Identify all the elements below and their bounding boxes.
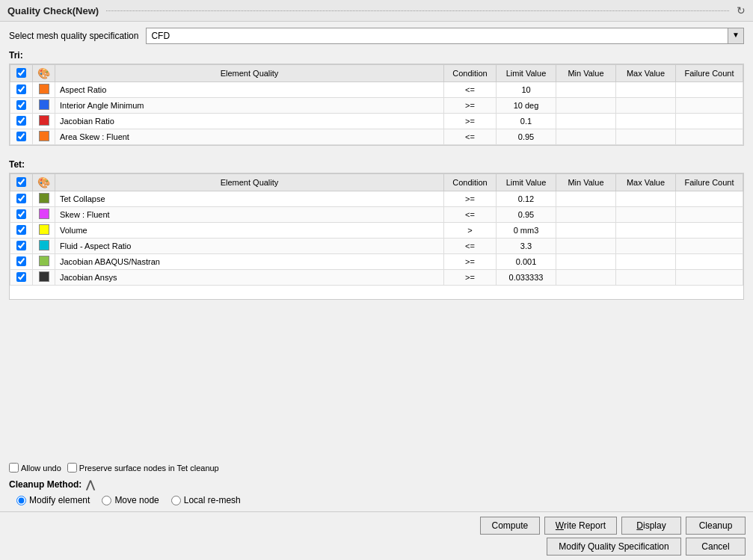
tet-label: Tet: [9, 159, 744, 170]
cleanup-button[interactable]: Cleanup [686, 517, 746, 535]
title-bar: Quality Check(New) ↻ [0, 0, 753, 22]
tri-checkbox-1[interactable] [16, 100, 26, 110]
tet-row-limit-4: 0.001 [497, 254, 556, 270]
tet-checkbox-5[interactable] [16, 272, 26, 282]
tet-scroll[interactable]: 🎨 Element Quality Condition Limit Value … [9, 173, 744, 300]
tri-header-condition: Condition [444, 65, 497, 82]
bottom-buttons: Compute Write Report Display Cleanup Mod… [0, 511, 753, 560]
tet-row-min-3 [556, 239, 616, 254]
tri-row-limit-0: 10 [497, 82, 556, 98]
tri-row: Aspect Ratio <= 10 [10, 82, 743, 98]
tri-row-name-0: Aspect Ratio [55, 82, 444, 98]
tri-color-swatch-3 [39, 131, 49, 141]
allow-undo-label[interactable]: Allow undo [9, 463, 61, 473]
tri-row-name-1: Interior Angle Minimum [55, 98, 444, 114]
tet-checkbox-4[interactable] [16, 256, 26, 266]
tet-checkbox-3[interactable] [16, 241, 26, 250]
tet-row: Fluid - Aspect Ratio <= 3.3 [10, 239, 743, 254]
page-title: Quality Check(New) [7, 5, 99, 16]
preserve-nodes-label[interactable]: Preserve surface nodes in Tet cleanup [67, 463, 219, 473]
display-button[interactable]: Display [621, 517, 681, 535]
tet-row-min-2 [556, 223, 616, 239]
tet-header-limit: Limit Value [497, 174, 556, 191]
tri-row-name-3: Area Skew : Fluent [55, 129, 444, 145]
tri-checkbox-0[interactable] [16, 84, 26, 94]
tet-row-failure-2 [676, 223, 743, 239]
tri-checkbox-3[interactable] [16, 132, 26, 141]
tri-color-swatch-0 [39, 84, 49, 94]
radio-remesh-label: Local re-mesh [184, 495, 241, 505]
cancel-button[interactable]: Cancel [686, 538, 746, 556]
tri-row-min-0 [556, 82, 616, 98]
write-report-button[interactable]: Write Report [544, 517, 617, 535]
tet-row-failure-1 [676, 207, 743, 223]
preserve-nodes-checkbox[interactable] [67, 463, 77, 473]
tri-header-failure: Failure Count [676, 65, 743, 82]
spec-select-display[interactable]: CFD [146, 28, 728, 44]
collapse-icon[interactable]: ⋀ [86, 479, 94, 490]
tri-row-cond-0: <= [444, 82, 497, 98]
tri-row-min-2 [556, 114, 616, 129]
cleanup-section: Cleanup Method: ⋀ Modify element Move no… [9, 479, 744, 505]
tri-row-color-0 [33, 82, 55, 98]
radio-remesh-input[interactable] [171, 496, 181, 505]
tri-header-name: Element Quality [55, 65, 444, 82]
tet-header-failure: Failure Count [676, 174, 743, 191]
tet-row: Skew : Fluent <= 0.95 [10, 207, 743, 223]
tet-row-max-1 [616, 207, 676, 223]
tet-color-swatch-4 [39, 256, 49, 266]
tri-row-check-2 [10, 114, 33, 129]
tet-checkbox-1[interactable] [16, 209, 26, 219]
modify-quality-button[interactable]: Modify Quality Specification [547, 538, 681, 556]
tet-row-min-4 [556, 254, 616, 270]
tet-row: Tet Collapse >= 0.12 [10, 191, 743, 207]
tet-color-swatch-1 [39, 209, 49, 219]
tet-row-check-5 [10, 270, 33, 286]
tri-checkbox-2[interactable] [16, 116, 26, 126]
tet-row-check-4 [10, 254, 33, 270]
compute-button[interactable]: Compute [480, 517, 540, 535]
refresh-icon[interactable]: ↻ [737, 4, 746, 16]
radio-modify-element[interactable]: Modify element [16, 495, 90, 505]
allow-undo-checkbox[interactable] [9, 463, 19, 473]
main-panel: Quality Check(New) ↻ Select mesh quality… [0, 0, 753, 560]
tri-color-swatch-2 [39, 115, 49, 126]
palette-icon: 🎨 [37, 67, 50, 79]
tet-color-swatch-0 [39, 193, 49, 203]
tri-label: Tri: [9, 50, 744, 61]
tri-row-cond-2: >= [444, 114, 497, 129]
radio-move-label: Move node [114, 495, 159, 505]
tri-row: Jacobian Ratio >= 0.1 [10, 114, 743, 129]
radio-modify-input[interactable] [16, 496, 26, 505]
tet-row-check-2 [10, 223, 33, 239]
tri-header-max: Max Value [616, 65, 676, 82]
tet-checkbox-0[interactable] [16, 194, 26, 203]
tet-checkbox-2[interactable] [16, 225, 26, 235]
radio-row: Modify element Move node Local re-mesh [16, 495, 744, 505]
radio-local-remesh[interactable]: Local re-mesh [171, 495, 241, 505]
tet-row-name-1: Skew : Fluent [55, 207, 444, 223]
button-row2: Modify Quality Specification Cancel [7, 538, 746, 556]
tet-header-condition: Condition [444, 174, 497, 191]
tet-row-cond-0: >= [444, 191, 497, 207]
radio-move-input[interactable] [102, 496, 111, 505]
radio-move-node[interactable]: Move node [102, 495, 159, 505]
tri-header-check [10, 65, 33, 82]
tet-row-max-5 [616, 270, 676, 286]
tri-header-checkbox[interactable] [16, 68, 26, 78]
spec-select-arrow[interactable]: ▼ [728, 28, 744, 44]
tri-row-color-1 [33, 98, 55, 114]
content-area: Select mesh quality specification CFD ▼ … [0, 22, 753, 511]
tet-header-checkbox[interactable] [16, 177, 26, 187]
tet-row: Volume > 0 mm3 [10, 223, 743, 239]
tet-row-color-4 [33, 254, 55, 270]
tet-row-cond-2: > [444, 223, 497, 239]
tet-row-min-0 [556, 191, 616, 207]
tri-row-failure-0 [676, 82, 743, 98]
tet-row-color-2 [33, 223, 55, 239]
tet-row-check-1 [10, 207, 33, 223]
tet-section: Tet: 🎨 Element Quality Condition Limit V… [9, 159, 744, 458]
spec-select-wrapper: CFD ▼ [146, 28, 744, 44]
tet-row-failure-5 [676, 270, 743, 286]
tet-row-limit-3: 3.3 [497, 239, 556, 254]
